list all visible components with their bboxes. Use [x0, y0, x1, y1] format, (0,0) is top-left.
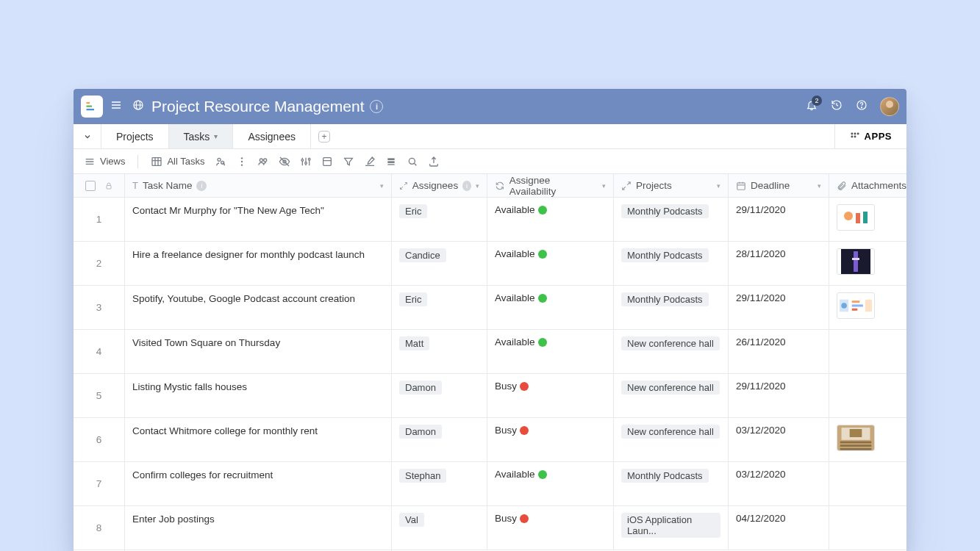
assignee-chip[interactable]: Eric: [399, 292, 427, 306]
availability-cell[interactable]: Busy: [487, 374, 614, 418]
project-cell[interactable]: Monthly Podcasts: [614, 286, 729, 330]
project-chip[interactable]: Monthly Podcasts: [621, 248, 709, 262]
settings-icon[interactable]: [300, 156, 312, 168]
project-cell[interactable]: Monthly Podcasts: [614, 198, 729, 242]
project-chip[interactable]: New conference hall: [621, 425, 720, 439]
deadline-cell[interactable]: 03/12/2020: [729, 418, 829, 462]
row-number[interactable]: 1: [74, 198, 125, 242]
chevron-down-icon[interactable]: ▾: [214, 132, 218, 140]
attachment-cell[interactable]: [829, 462, 906, 506]
column-header-attachments[interactable]: Attachments i ▾: [829, 174, 906, 198]
project-cell[interactable]: iOS Application Laun...: [614, 506, 729, 550]
assignee-chip[interactable]: Val: [399, 513, 424, 527]
project-chip[interactable]: Monthly Podcasts: [621, 204, 709, 218]
availability-cell[interactable]: Busy: [487, 506, 614, 550]
assignee-chip[interactable]: Candice: [399, 248, 446, 262]
notifications-icon[interactable]: 2: [806, 99, 818, 114]
view-selector[interactable]: All Tasks: [151, 156, 204, 168]
project-cell[interactable]: New conference hall: [614, 418, 729, 462]
deadline-cell[interactable]: 04/12/2020: [729, 506, 829, 550]
row-number[interactable]: 8: [74, 506, 125, 550]
column-header-deadline[interactable]: Deadline ▾: [729, 174, 829, 198]
assignee-chip[interactable]: Matt: [399, 336, 429, 350]
select-all-checkbox[interactable]: [85, 181, 96, 191]
project-cell[interactable]: Monthly Podcasts: [614, 462, 729, 506]
globe-icon[interactable]: [132, 99, 144, 114]
availability-cell[interactable]: Available: [487, 198, 614, 242]
more-icon[interactable]: [236, 156, 248, 168]
chevron-down-icon[interactable]: [74, 124, 101, 148]
hide-icon[interactable]: [279, 156, 290, 168]
attachment-cell[interactable]: [829, 506, 906, 550]
assignee-cell[interactable]: Matt: [392, 330, 487, 374]
project-cell[interactable]: Monthly Podcasts: [614, 242, 729, 286]
assignee-cell[interactable]: Stephan: [392, 462, 487, 506]
deadline-cell[interactable]: 29/11/2020: [729, 198, 829, 242]
attachment-thumbnail[interactable]: [837, 292, 875, 319]
attachment-cell[interactable]: [829, 330, 906, 374]
attachment-thumbnail[interactable]: [837, 248, 875, 275]
tab-tasks[interactable]: Tasks ▾: [169, 124, 234, 148]
attachment-cell[interactable]: [829, 198, 906, 242]
paint-icon[interactable]: [364, 156, 376, 168]
task-name-cell[interactable]: Hire a freelance designer for monthly po…: [125, 242, 392, 286]
help-icon[interactable]: [856, 99, 868, 114]
task-name-cell[interactable]: Contact Mr Murphy for "The New Age Tech": [125, 198, 392, 242]
project-chip[interactable]: iOS Application Laun...: [621, 513, 720, 538]
row-height-icon[interactable]: [385, 156, 397, 168]
attachment-cell[interactable]: [829, 418, 906, 462]
assignee-cell[interactable]: Candice: [392, 242, 487, 286]
task-name-cell[interactable]: Confirm colleges for recruitment: [125, 462, 392, 506]
project-cell[interactable]: New conference hall: [614, 374, 729, 418]
group-icon[interactable]: [257, 156, 269, 168]
deadline-cell[interactable]: 29/11/2020: [729, 374, 829, 418]
availability-cell[interactable]: Available: [487, 330, 614, 374]
assignee-chip[interactable]: Damon: [399, 425, 442, 439]
task-name-cell[interactable]: Spotify, Youtube, Google Podcast account…: [125, 286, 392, 330]
tab-assignees[interactable]: Assignees: [233, 124, 311, 148]
assignee-chip[interactable]: Eric: [399, 204, 427, 218]
column-header-taskname[interactable]: T Task Name i ▾: [125, 174, 392, 198]
column-header-availability[interactable]: Assignee Availability ▾: [487, 174, 614, 198]
row-number[interactable]: 7: [74, 462, 125, 506]
assignee-chip[interactable]: Stephan: [399, 469, 446, 483]
row-number[interactable]: 4: [74, 330, 125, 374]
tab-projects[interactable]: Projects: [101, 124, 169, 148]
apps-button[interactable]: APPS: [834, 124, 906, 148]
task-name-cell[interactable]: Visited Town Square on Thursday: [125, 330, 392, 374]
deadline-cell[interactable]: 03/12/2020: [729, 462, 829, 506]
chevron-down-icon[interactable]: ▾: [717, 182, 720, 190]
brand-logo[interactable]: [81, 96, 103, 118]
filter-icon[interactable]: [343, 156, 354, 168]
info-icon[interactable]: i: [370, 100, 383, 113]
export-icon[interactable]: [428, 156, 440, 168]
assignee-cell[interactable]: Eric: [392, 286, 487, 330]
task-name-cell[interactable]: Listing Mystic falls houses: [125, 374, 392, 418]
row-number[interactable]: 5: [74, 374, 125, 418]
project-chip[interactable]: New conference hall: [621, 381, 720, 395]
history-icon[interactable]: [831, 99, 843, 114]
task-name-cell[interactable]: Enter Job postings: [125, 506, 392, 550]
attachment-cell[interactable]: [829, 374, 906, 418]
info-icon[interactable]: i: [462, 181, 471, 191]
chevron-down-icon[interactable]: ▾: [602, 182, 606, 190]
info-icon[interactable]: i: [196, 181, 207, 191]
attachment-cell[interactable]: [829, 242, 906, 286]
project-chip[interactable]: Monthly Podcasts: [621, 469, 709, 483]
project-cell[interactable]: New conference hall: [614, 330, 729, 374]
views-menu[interactable]: Views: [84, 156, 125, 168]
project-chip[interactable]: Monthly Podcasts: [621, 292, 709, 306]
assignee-cell[interactable]: Damon: [392, 374, 487, 418]
chevron-down-icon[interactable]: ▾: [380, 182, 384, 190]
availability-cell[interactable]: Busy: [487, 418, 614, 462]
row-number[interactable]: 6: [74, 418, 125, 462]
deadline-cell[interactable]: 26/11/2020: [729, 330, 829, 374]
availability-cell[interactable]: Available: [487, 462, 614, 506]
assignee-chip[interactable]: Damon: [399, 381, 442, 395]
assignee-cell[interactable]: Val: [392, 506, 487, 550]
attachment-thumbnail[interactable]: [837, 204, 875, 231]
attachment-thumbnail[interactable]: [837, 425, 875, 451]
attachment-cell[interactable]: [829, 286, 906, 330]
row-number[interactable]: 3: [74, 286, 125, 330]
assignee-cell[interactable]: Eric: [392, 198, 487, 242]
